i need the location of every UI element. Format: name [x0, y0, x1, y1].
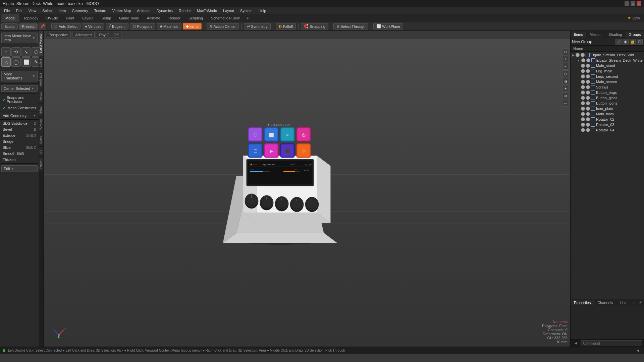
st-leg-main[interactable]: Leg_main: [571, 68, 644, 74]
brp-fullscreen-btn[interactable]: ⤢: [637, 300, 644, 305]
symmetry-button[interactable]: ⇌ Symmetry: [244, 23, 271, 29]
st-screws[interactable]: Screws: [571, 84, 644, 90]
wireframe-button[interactable]: ⬡: [562, 70, 569, 77]
st-rotator-02[interactable]: Rotator_02: [571, 117, 644, 122]
legs-second-eye[interactable]: [581, 74, 585, 78]
light-button[interactable]: ☀: [562, 85, 569, 92]
auto-select-button[interactable]: ⬡ Auto Select: [51, 23, 80, 29]
command-nav-btn[interactable]: ◀: [573, 341, 579, 346]
menu-render[interactable]: Render: [176, 8, 194, 13]
menu-geometry[interactable]: Geometry: [69, 8, 91, 13]
falloff-button[interactable]: ◐ Falloff: [276, 23, 296, 29]
rpc-lock[interactable]: 🔒: [630, 39, 636, 45]
tool-scale[interactable]: ⤡: [21, 47, 31, 57]
vertices-button[interactable]: ● Vertices: [82, 23, 104, 29]
tab-layout[interactable]: Layout: [78, 14, 97, 22]
tool-move[interactable]: ↕: [1, 47, 11, 57]
rpc-expand[interactable]: ⤢: [615, 39, 622, 45]
screws-eye[interactable]: [581, 85, 585, 89]
main-stand-eye[interactable]: [581, 64, 585, 68]
rotator-02-render-eye[interactable]: [586, 117, 590, 121]
st-button-rings[interactable]: Button_rings: [571, 90, 644, 95]
rotator-03-render-eye[interactable]: [586, 123, 590, 127]
tool-pen[interactable]: ✎: [32, 57, 39, 67]
menu-select[interactable]: Select: [40, 8, 55, 13]
vtab-edge[interactable]: Edge: [39, 104, 43, 116]
snapping-button[interactable]: 🧲 Snapping: [301, 23, 328, 29]
menu-view[interactable]: View: [26, 8, 39, 13]
rp-tab-items[interactable]: Items: [571, 32, 586, 38]
main-screen-render-eye[interactable]: [586, 80, 590, 84]
center-selected-dropdown[interactable]: Center Selected ▼: [1, 85, 38, 92]
icon-plate-render-eye[interactable]: [586, 107, 590, 111]
edit-dropdown[interactable]: Edit ▼: [1, 165, 38, 172]
menu-file[interactable]: File: [1, 8, 13, 13]
advanced-btn[interactable]: Advanced: [72, 32, 95, 38]
smooth-shift-item[interactable]: Smooth Shift: [0, 150, 39, 157]
slice-item[interactable]: Slice Shift-C: [0, 144, 39, 150]
menu-maxtomodo[interactable]: MaxToModo: [194, 8, 220, 13]
command-input[interactable]: [581, 340, 642, 346]
perspective-btn[interactable]: Perspective: [46, 32, 71, 38]
tool-square[interactable]: ⬜: [21, 57, 31, 67]
rotator-04-eye[interactable]: [581, 128, 585, 132]
vtab-polygon[interactable]: Polygon: [39, 116, 43, 133]
minimize-button[interactable]: ─: [625, 1, 629, 6]
st-rotator-04[interactable]: Rotator_04: [571, 127, 644, 133]
vtab-select[interactable]: Select: [39, 56, 43, 70]
menu-vertex map[interactable]: Vertex Map: [110, 8, 134, 13]
tab-model[interactable]: Model: [1, 14, 19, 22]
menu-system[interactable]: System: [237, 8, 255, 13]
tab-schematic-fusion[interactable]: Schematic Fusion: [207, 14, 244, 22]
rotator-03-eye[interactable]: [581, 123, 585, 127]
button-icons-render-eye[interactable]: [586, 101, 590, 105]
rotator-04-render-eye[interactable]: [586, 128, 590, 132]
brp-tab-lists[interactable]: Lists: [616, 300, 631, 305]
scene-root-item[interactable]: ▶ Elgato_Stream_Deck_Whi...: [571, 52, 644, 58]
menu-dynamics[interactable]: Dynamics: [154, 8, 175, 13]
menu-texture[interactable]: Texture: [92, 8, 109, 13]
brp-tab-properties[interactable]: Properties: [571, 300, 594, 305]
tab-scripting[interactable]: Scripting: [184, 14, 207, 22]
st-rotator-03[interactable]: Rotator_03: [571, 122, 644, 127]
main-screen-eye[interactable]: [581, 80, 585, 84]
close-button[interactable]: ✕: [637, 1, 641, 6]
sculpt-button[interactable]: Sculpt: [1, 23, 18, 29]
rp-tab-mesh[interactable]: Mesh...: [586, 32, 605, 38]
pin-button[interactable]: 📌: [39, 23, 46, 30]
st-main-stand[interactable]: Main_stand: [571, 63, 644, 68]
tab-animate[interactable]: Animate: [143, 14, 164, 22]
tool-circle[interactable]: ◯: [11, 57, 21, 67]
brp-tab-channels[interactable]: Channels: [594, 300, 616, 305]
st-button-glass[interactable]: Button_glass: [571, 95, 644, 101]
tab-uvedit[interactable]: UVEdit: [42, 14, 62, 22]
rotator-02-eye[interactable]: [581, 117, 585, 121]
bevel-item[interactable]: Bevel B: [0, 126, 39, 132]
tool-active[interactable]: △: [1, 57, 11, 67]
vtab-sculpt-presets[interactable]: Sculpt Presets: [39, 31, 43, 56]
screws-render-eye[interactable]: [586, 85, 590, 89]
mesh-constraints-item[interactable]: ✓ Mesh Constraints: [0, 105, 39, 111]
tool-rotate[interactable]: ⟲: [11, 47, 21, 57]
button-icons-eye[interactable]: [581, 101, 585, 105]
workplane-button[interactable]: ⬜ WorkPlane: [373, 23, 403, 29]
st-legs-second[interactable]: Legs_second: [571, 74, 644, 79]
rp-tab-groups[interactable]: Groups: [625, 32, 644, 38]
brp-expand-btn[interactable]: +: [631, 300, 637, 305]
tool-transform[interactable]: ⬡: [32, 47, 39, 57]
st-button-icons[interactable]: Button_icons: [571, 101, 644, 106]
tab-setup[interactable]: Setup: [97, 14, 115, 22]
root-render-eye[interactable]: [581, 53, 585, 57]
shade-button[interactable]: ◑: [562, 78, 569, 84]
st-main-screen[interactable]: Main_screen: [571, 79, 644, 84]
vtab-fusion[interactable]: Fusion: [39, 157, 43, 171]
vtab-mesh-edit[interactable]: Mesh Edit: [39, 70, 43, 89]
vtab-vertex[interactable]: Vertex: [39, 89, 43, 104]
main-body-render-eye[interactable]: [586, 112, 590, 116]
tab-topology[interactable]: Topology: [19, 14, 42, 22]
more-button[interactable]: ⋯: [562, 100, 569, 107]
zoom-fit-button[interactable]: ⊡: [562, 48, 569, 55]
rpc-visible[interactable]: ◉: [623, 39, 629, 45]
st-elgato-group[interactable]: ▼ Elgato_Stream_Deck_White: [571, 58, 644, 63]
viewport[interactable]: Perspective Advanced Ray GL: Off: [44, 31, 570, 347]
